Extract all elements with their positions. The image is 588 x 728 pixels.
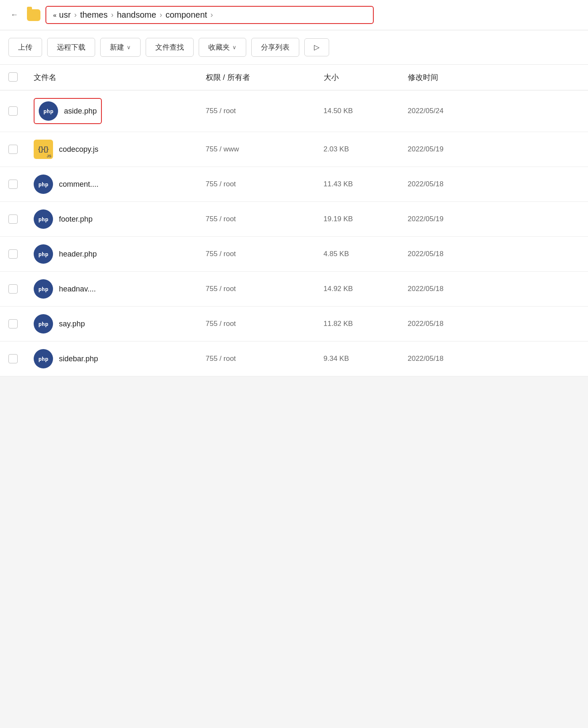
row-checkbox-col xyxy=(8,180,34,189)
row-checkbox[interactable] xyxy=(8,249,18,259)
table-row: php header.php 755 / root 4.85 KB 2022/0… xyxy=(0,237,588,272)
file-permissions: 755 / root xyxy=(206,320,324,328)
breadcrumb-usr[interactable]: usr xyxy=(59,10,71,20)
breadcrumb-component[interactable]: component xyxy=(165,10,207,20)
file-size: 19.19 KB xyxy=(324,215,408,223)
new-button[interactable]: 新建 ∨ xyxy=(100,38,141,57)
row-checkbox-col xyxy=(8,214,34,224)
file-name-text: say.php xyxy=(59,320,85,328)
file-date: 2022/05/18 xyxy=(408,320,580,328)
table-row: php say.php 755 / root 11.82 KB 2022/05/… xyxy=(0,307,588,341)
file-permissions: 755 / root xyxy=(206,250,324,258)
row-checkbox[interactable] xyxy=(8,180,18,189)
file-date: 2022/05/18 xyxy=(408,180,580,188)
file-permissions: 755 / root xyxy=(206,107,324,115)
table-row: php headnav.... 755 / root 14.92 KB 2022… xyxy=(0,272,588,307)
file-name-text: sidebar.php xyxy=(59,355,98,363)
row-checkbox[interactable] xyxy=(8,354,18,363)
header-size: 大小 xyxy=(324,72,408,82)
file-date: 2022/05/18 xyxy=(408,285,580,293)
row-checkbox[interactable] xyxy=(8,106,18,116)
row-checkbox[interactable] xyxy=(8,319,18,328)
table-header: 文件名 权限 / 所有者 大小 修改时间 xyxy=(0,65,588,90)
file-name-cell[interactable]: php comment.... xyxy=(34,175,206,194)
js-badge: JS xyxy=(47,154,51,158)
breadcrumb-sep-4: › xyxy=(210,11,213,19)
file-date: 2022/05/19 xyxy=(408,145,580,154)
row-checkbox-col xyxy=(8,354,34,363)
php-file-icon: php xyxy=(34,279,53,299)
row-checkbox[interactable] xyxy=(8,214,18,224)
table-row: php aside.php 755 / root 14.50 KB 2022/0… xyxy=(0,90,588,132)
file-size: 14.50 KB xyxy=(324,107,408,115)
file-permissions: 755 / root xyxy=(206,285,324,293)
back-button[interactable]: ← xyxy=(7,8,22,23)
file-permissions: 755 / root xyxy=(206,215,324,223)
new-dropdown-arrow-icon: ∨ xyxy=(127,44,131,50)
file-size: 11.82 KB xyxy=(324,320,408,328)
header-permissions: 权限 / 所有者 xyxy=(206,72,324,82)
php-file-icon: php xyxy=(39,101,58,121)
header-date: 修改时间 xyxy=(408,72,580,82)
folder-icon xyxy=(27,9,40,21)
file-date: 2022/05/18 xyxy=(408,355,580,363)
file-name-cell[interactable]: php aside.php xyxy=(34,98,206,124)
file-size: 4.85 KB xyxy=(324,250,408,258)
table-row: php sidebar.php 755 / root 9.34 KB 2022/… xyxy=(0,341,588,376)
top-bar: ← « usr › themes › handsome › component … xyxy=(0,0,588,30)
php-file-icon: php xyxy=(34,314,53,334)
breadcrumb-sep-2: › xyxy=(111,11,114,19)
js-file-icon: {} JS xyxy=(34,140,53,159)
breadcrumb-themes[interactable]: themes xyxy=(80,10,108,20)
file-name-cell[interactable]: php headnav.... xyxy=(34,279,206,299)
share-list-button[interactable]: 分享列表 xyxy=(251,38,299,57)
file-name-text: aside.php xyxy=(64,107,97,116)
php-file-icon: php xyxy=(34,349,53,368)
row-checkbox-col xyxy=(8,249,34,259)
file-name-cell[interactable]: php header.php xyxy=(34,244,206,264)
php-file-icon: php xyxy=(34,244,53,264)
more-button[interactable]: ▷ xyxy=(304,38,329,56)
file-name-cell[interactable]: {} JS codecopy.js xyxy=(34,140,206,159)
file-date: 2022/05/19 xyxy=(408,215,580,223)
file-date: 2022/05/24 xyxy=(408,107,580,115)
select-all-checkbox[interactable] xyxy=(8,72,18,82)
row-checkbox-col xyxy=(8,319,34,328)
row-checkbox-col xyxy=(8,284,34,294)
file-name-text: codecopy.js xyxy=(59,145,98,154)
breadcrumb-sep-3: › xyxy=(160,11,162,19)
file-permissions: 755 / www xyxy=(206,145,324,154)
row-checkbox-col xyxy=(8,106,34,116)
file-name-text: comment.... xyxy=(59,180,98,189)
header-filename: 文件名 xyxy=(34,72,206,82)
table-row: {} JS codecopy.js 755 / www 2.03 KB 2022… xyxy=(0,132,588,167)
upload-button[interactable]: 上传 xyxy=(8,38,42,57)
file-permissions: 755 / root xyxy=(206,180,324,188)
bookmarks-button[interactable]: 收藏夹 ∨ xyxy=(199,38,246,57)
more-icon: ▷ xyxy=(314,43,319,52)
file-search-button[interactable]: 文件查找 xyxy=(146,38,194,57)
file-size: 2.03 KB xyxy=(324,145,408,154)
row-checkbox[interactable] xyxy=(8,145,18,154)
file-size: 9.34 KB xyxy=(324,355,408,363)
file-table: 文件名 权限 / 所有者 大小 修改时间 php aside.php 755 /… xyxy=(0,65,588,376)
file-name-cell[interactable]: php sidebar.php xyxy=(34,349,206,368)
table-row: php footer.php 755 / root 19.19 KB 2022/… xyxy=(0,202,588,237)
php-file-icon: php xyxy=(34,209,53,229)
row-checkbox[interactable] xyxy=(8,284,18,294)
breadcrumb-handsome[interactable]: handsome xyxy=(117,10,156,20)
breadcrumb-dbl-arrow-icon: « xyxy=(53,11,56,19)
breadcrumb: « usr › themes › handsome › component › xyxy=(45,6,374,24)
file-name-text: header.php xyxy=(59,250,97,259)
highlighted-name-wrapper: php aside.php xyxy=(34,98,102,124)
table-row: php comment.... 755 / root 11.43 KB 2022… xyxy=(0,167,588,202)
file-name-cell[interactable]: php say.php xyxy=(34,314,206,334)
row-checkbox-col xyxy=(8,145,34,154)
toolbar: 上传 远程下载 新建 ∨ 文件查找 收藏夹 ∨ 分享列表 ▷ xyxy=(0,30,588,65)
file-name-text: footer.php xyxy=(59,215,93,224)
php-file-icon: php xyxy=(34,175,53,194)
breadcrumb-sep-1: › xyxy=(74,11,77,19)
file-size: 14.92 KB xyxy=(324,285,408,293)
remote-download-button[interactable]: 远程下载 xyxy=(47,38,95,57)
file-name-cell[interactable]: php footer.php xyxy=(34,209,206,229)
